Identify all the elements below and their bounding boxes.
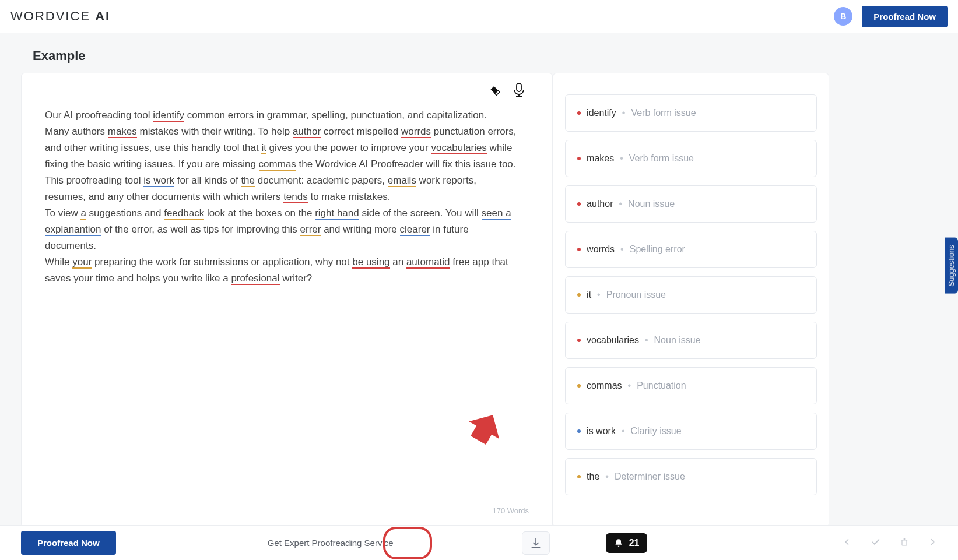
suggestion-word: makes bbox=[587, 153, 614, 164]
suggestion-separator: • bbox=[597, 290, 601, 300]
flagged-word[interactable]: feedback bbox=[164, 207, 204, 220]
flagged-word[interactable]: your bbox=[72, 256, 92, 269]
suggestion-type: Spelling error bbox=[630, 244, 685, 255]
flagged-word[interactable]: be using bbox=[352, 256, 389, 269]
editor-tools bbox=[488, 83, 527, 98]
editor-paragraph: Many authors makes mistakes with their w… bbox=[45, 124, 520, 172]
svg-rect-2 bbox=[517, 83, 521, 91]
proofread-now-button[interactable]: Proofread Now bbox=[862, 6, 948, 27]
flagged-word[interactable]: vocabularies bbox=[431, 142, 486, 154]
suggestion-card[interactable]: commas•Punctuation bbox=[565, 367, 816, 404]
suggestion-card[interactable]: worrds•Spelling error bbox=[565, 231, 816, 268]
flagged-word[interactable]: author bbox=[293, 126, 321, 138]
svg-rect-6 bbox=[902, 540, 907, 545]
suggestion-word: is work bbox=[587, 426, 616, 436]
workspace: Our AI proofreading tool identify common… bbox=[21, 73, 937, 527]
eraser-icon[interactable] bbox=[488, 83, 503, 98]
suggestion-word: worrds bbox=[587, 244, 615, 255]
flagged-word[interactable]: is work bbox=[143, 175, 174, 187]
flagged-word[interactable]: profesional bbox=[231, 273, 279, 285]
microphone-icon[interactable] bbox=[511, 83, 527, 98]
suggestion-type: Verb form issue bbox=[631, 108, 696, 118]
suggestion-type: Pronoun issue bbox=[606, 290, 666, 300]
flagged-word[interactable]: seen a explanantion bbox=[45, 207, 511, 236]
flagged-word[interactable]: makes bbox=[108, 126, 137, 138]
suggestion-word: it bbox=[587, 290, 591, 300]
suggestions-tab[interactable]: Suggestions bbox=[945, 238, 958, 294]
page-wrap: Example Our AI proofreading tool identif… bbox=[0, 33, 958, 527]
suggestion-bullet bbox=[577, 111, 581, 115]
flagged-word[interactable]: a bbox=[80, 207, 86, 220]
trash-icon[interactable] bbox=[900, 537, 909, 550]
notifications-count: 21 bbox=[629, 538, 640, 548]
flagged-word[interactable]: right hand bbox=[315, 207, 359, 220]
suggestion-card[interactable]: is work•Clarity issue bbox=[565, 413, 816, 450]
suggestion-word: vocabularies bbox=[587, 335, 639, 346]
suggestion-bullet bbox=[577, 293, 581, 297]
suggestion-separator: • bbox=[622, 426, 625, 436]
proofread-now-button-footer[interactable]: Proofread Now bbox=[21, 531, 116, 555]
header-actions: B Proofread Now bbox=[834, 6, 948, 27]
logo: WORDVICE AI bbox=[10, 9, 110, 24]
suggestion-bullet bbox=[577, 202, 581, 206]
flagged-word[interactable]: identify bbox=[153, 110, 184, 122]
editor-paragraph: While your preparing the work for submis… bbox=[45, 254, 520, 287]
flagged-word[interactable]: errer bbox=[300, 224, 321, 236]
bottombar-left: Proofread Now bbox=[21, 531, 116, 555]
suggestion-separator: • bbox=[619, 199, 622, 209]
suggestion-type: Verb form issue bbox=[629, 153, 694, 164]
bottombar-right bbox=[843, 537, 937, 550]
suggestion-separator: • bbox=[628, 381, 631, 391]
flagged-word[interactable]: emails bbox=[388, 175, 416, 187]
suggestion-card[interactable]: identify•Verb form issue bbox=[565, 94, 816, 132]
suggestion-bullet bbox=[577, 157, 581, 160]
suggestion-card[interactable]: the•Determiner issue bbox=[565, 458, 816, 495]
editor-panel: Our AI proofreading tool identify common… bbox=[21, 73, 553, 527]
editor-paragraph: This proofreading tool is work for all k… bbox=[45, 172, 520, 205]
flagged-word[interactable]: clearer bbox=[400, 224, 430, 236]
flagged-word[interactable]: tends bbox=[283, 191, 308, 203]
check-icon[interactable] bbox=[871, 537, 881, 550]
suggestion-bullet bbox=[577, 384, 581, 388]
flagged-word[interactable]: automatid bbox=[406, 256, 450, 269]
suggestion-word: author bbox=[587, 199, 613, 209]
word-count: 170 Words bbox=[492, 506, 529, 515]
flagged-word[interactable]: it bbox=[261, 142, 266, 154]
bottombar: Proofread Now Get Expert Proofreading Se… bbox=[0, 525, 958, 560]
topbar: WORDVICE AI B Proofread Now bbox=[0, 0, 958, 33]
expert-proofreading-link[interactable]: Get Expert Proofreading Service bbox=[268, 538, 394, 548]
flagged-word[interactable]: commas bbox=[259, 159, 296, 171]
flagged-word[interactable]: worrds bbox=[401, 126, 431, 138]
suggestion-bullet bbox=[577, 248, 581, 251]
suggestion-card[interactable]: it•Pronoun issue bbox=[565, 276, 816, 314]
suggestion-type: Determiner issue bbox=[615, 471, 685, 482]
suggestion-bullet bbox=[577, 475, 581, 478]
download-button[interactable] bbox=[522, 531, 550, 555]
editor-paragraph: Our AI proofreading tool identify common… bbox=[45, 107, 520, 124]
bell-icon bbox=[614, 538, 623, 548]
suggestion-word: identify bbox=[587, 108, 616, 118]
suggestion-card[interactable]: vocabularies•Noun issue bbox=[565, 322, 816, 359]
suggestion-separator: • bbox=[620, 153, 623, 164]
suggestion-separator: • bbox=[605, 471, 609, 482]
flagged-word[interactable]: the bbox=[241, 175, 255, 187]
suggestion-type: Noun issue bbox=[628, 199, 675, 209]
suggestions-panel: identify•Verb form issuemakes•Verb form … bbox=[553, 73, 829, 527]
editor-text[interactable]: Our AI proofreading tool identify common… bbox=[45, 107, 520, 287]
suggestion-word: the bbox=[587, 471, 599, 482]
suggestion-type: Clarity issue bbox=[630, 426, 681, 436]
suggestion-separator: • bbox=[645, 335, 648, 346]
avatar[interactable]: B bbox=[834, 7, 852, 26]
notifications-badge[interactable]: 21 bbox=[606, 533, 648, 553]
suggestion-separator: • bbox=[622, 108, 626, 118]
suggestion-bullet bbox=[577, 429, 581, 433]
suggestion-card[interactable]: makes•Verb form issue bbox=[565, 140, 816, 177]
suggestion-bullet bbox=[577, 339, 581, 342]
chevron-left-icon[interactable] bbox=[843, 537, 852, 549]
page-title: Example bbox=[33, 48, 937, 64]
chevron-right-icon[interactable] bbox=[928, 537, 937, 549]
suggestion-card[interactable]: author•Noun issue bbox=[565, 185, 816, 223]
suggestion-type: Punctuation bbox=[637, 381, 686, 391]
suggestion-separator: • bbox=[620, 244, 624, 255]
suggestion-word: commas bbox=[587, 381, 622, 391]
